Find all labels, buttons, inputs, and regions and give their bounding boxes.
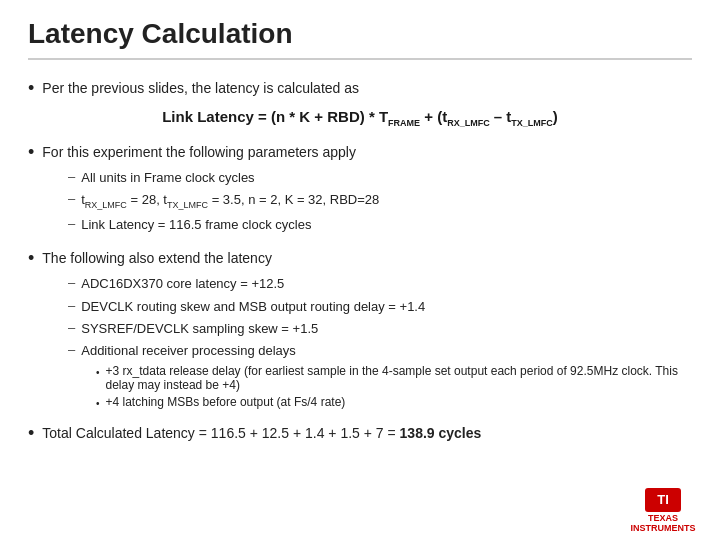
total-bullet: • Total Calculated Latency = 116.5 + 12.… (28, 423, 692, 445)
section2-sub-bullets: – All units in Frame clock cycles – tRX_… (68, 169, 692, 234)
sub-sub-bullet-1-text: +3 rx_tdata release delay (for earliest … (106, 364, 692, 392)
sub-bullet-3-1: – ADC16DX370 core latency = +12.5 (68, 275, 692, 293)
sub-bullet-3-3: – SYSREF/DEVCLK sampling skew = +1.5 (68, 320, 692, 338)
sub-bullet-2-3-text: Link Latency = 116.5 frame clock cycles (81, 216, 311, 234)
section3-intro: The following also extend the latency (42, 248, 272, 269)
total-dot: • (28, 423, 34, 445)
page-title: Latency Calculation (28, 18, 692, 60)
sub-bullet-2-2: – tRX_LMFC = 28, tTX_LMFC = 3.5, n = 2, … (68, 191, 692, 211)
section3-sub-bullets: – ADC16DX370 core latency = +12.5 – DEVC… (68, 275, 692, 409)
ti-logo: TI TEXAS INSTRUMENTS (628, 486, 698, 526)
formula-plus: + (t (420, 108, 447, 125)
sub-sub-bullet-2-text: +4 latching MSBs before output (at Fs/4 … (106, 395, 346, 409)
sub-bullet-3-4-text: Additional receiver processing delays (81, 342, 296, 360)
section2-intro: For this experiment the following parame… (42, 142, 356, 163)
slide-container: Latency Calculation • Per the previous s… (0, 0, 720, 540)
formula: Link Latency = (n * K + RBD) * TFRAME + … (162, 108, 558, 128)
ti-logo-icon: TI (643, 486, 683, 514)
formula-box: Link Latency = (n * K + RBD) * TFRAME + … (28, 108, 692, 128)
section3-sub-sub-bullets: • +3 rx_tdata release delay (for earlies… (96, 364, 692, 409)
bullet-dot-1: • (28, 78, 34, 100)
bullet-main-1: • Per the previous slides, the latency i… (28, 78, 692, 100)
formula-sub-frame: FRAME (388, 108, 420, 125)
ti-logo-inner: TI TEXAS INSTRUMENTS (628, 486, 698, 534)
section1: • Per the previous slides, the latency i… (28, 78, 692, 128)
formula-minus: – t (490, 108, 512, 125)
svg-text:TI: TI (657, 492, 669, 507)
sub-bullet-3-2-text: DEVCLK routing skew and MSB output routi… (81, 298, 425, 316)
section2: • For this experiment the following para… (28, 142, 692, 234)
sub-bullet-3-1-text: ADC16DX370 core latency = +12.5 (81, 275, 284, 293)
sub-bullet-2-2-text: tRX_LMFC = 28, tTX_LMFC = 3.5, n = 2, K … (81, 191, 379, 211)
bullet-main-3: • The following also extend the latency (28, 248, 692, 270)
formula-close: ) (553, 108, 558, 125)
total-line-text: Total Calculated Latency = 116.5 + 12.5 … (42, 425, 399, 441)
total-section: • Total Calculated Latency = 116.5 + 12.… (28, 423, 692, 445)
total-bold-text: 138.9 cycles (400, 425, 482, 441)
sub-bullet-3-2: – DEVCLK routing skew and MSB output rou… (68, 298, 692, 316)
bullet-dot-2: • (28, 142, 34, 164)
sub-bullet-2-1: – All units in Frame clock cycles (68, 169, 692, 187)
formula-sub-tx: TX_LMFC (511, 118, 553, 128)
sub-bullet-3-4: – Additional receiver processing delays (68, 342, 692, 360)
total-text: Total Calculated Latency = 116.5 + 12.5 … (42, 423, 481, 444)
sub-bullet-2-3: – Link Latency = 116.5 frame clock cycle… (68, 216, 692, 234)
sub-bullet-3-3-text: SYSREF/DEVCLK sampling skew = +1.5 (81, 320, 318, 338)
sub-bullet-2-1-text: All units in Frame clock cycles (81, 169, 254, 187)
bullet-main-2: • For this experiment the following para… (28, 142, 692, 164)
bullet-dot-3: • (28, 248, 34, 270)
section3: • The following also extend the latency … (28, 248, 692, 409)
ti-logo-text: TEXAS INSTRUMENTS (631, 514, 696, 534)
sub-sub-bullet-1: • +3 rx_tdata release delay (for earlies… (96, 364, 692, 392)
formula-main: Link Latency = (n * K + RBD) * T (162, 108, 388, 125)
formula-sub-rx: RX_LMFC (447, 118, 490, 128)
section1-intro: Per the previous slides, the latency is … (42, 78, 359, 99)
ti-logo-line2: INSTRUMENTS (631, 524, 696, 534)
sub-sub-bullet-2: • +4 latching MSBs before output (at Fs/… (96, 395, 692, 409)
